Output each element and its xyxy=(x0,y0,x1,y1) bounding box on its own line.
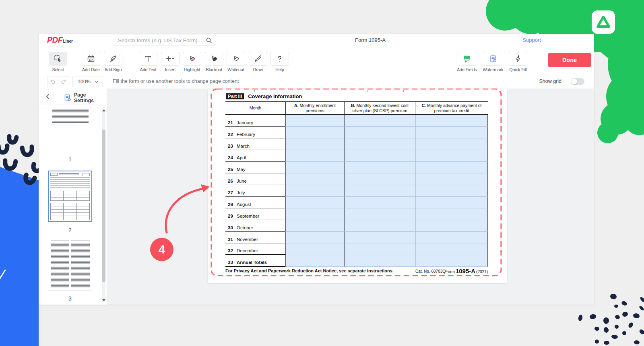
annotation-arrow xyxy=(159,183,216,237)
thumbnail-text-column xyxy=(71,241,90,288)
redo-icon xyxy=(60,78,67,85)
pen-nib-icon xyxy=(109,54,118,63)
highlight-dashed-border xyxy=(210,89,502,277)
insert-button[interactable]: Insert xyxy=(161,52,180,66)
show-grid-label: Show grid xyxy=(539,74,561,89)
divider xyxy=(57,92,57,101)
undo-button[interactable] xyxy=(47,76,58,87)
paintbrush-icon xyxy=(254,54,262,63)
whiteout-brush-icon xyxy=(231,54,240,63)
text-icon xyxy=(144,54,153,63)
page-settings-icon xyxy=(64,94,72,102)
chevron-down-icon xyxy=(94,79,99,84)
page-number-1: 1 xyxy=(48,156,92,163)
plus-chevron-icon xyxy=(165,54,175,63)
mini-form-title xyxy=(59,173,79,175)
whiteout-button[interactable]: Whiteout xyxy=(227,52,245,66)
done-button[interactable]: Done xyxy=(548,53,591,67)
mini-form-box xyxy=(83,173,90,176)
header-bar: PDFLiner Form 1095-A Support xyxy=(39,34,594,47)
undo-icon xyxy=(50,78,56,85)
zoom-value: 100% xyxy=(78,79,91,84)
zoom-dropdown[interactable]: 100% xyxy=(72,76,103,87)
document-title: Form 1095-A xyxy=(355,34,386,46)
mini-form-table xyxy=(50,203,90,220)
blackout-brush-icon xyxy=(210,54,219,63)
pdf-logo-icon xyxy=(595,14,611,30)
quick-fill-button[interactable]: Quick Fill xyxy=(509,52,527,66)
toolbar: Select Add Date Add Sign Add Text xyxy=(39,46,594,75)
mini-form-table xyxy=(50,191,90,201)
mini-form-box xyxy=(50,173,58,176)
blackout-button[interactable]: Blackout xyxy=(205,52,223,66)
page-settings-button[interactable]: Page Settings xyxy=(64,92,107,103)
select-cursor-icon xyxy=(54,54,62,63)
app-window: PDFLiner Form 1095-A Support Select xyxy=(39,34,594,305)
support-link[interactable]: Support xyxy=(522,34,541,46)
toggle-knob xyxy=(571,78,577,84)
page-settings-label: Page Settings xyxy=(74,92,107,103)
scroll-up-arrow[interactable] xyxy=(102,109,105,111)
page-number-2: 2 xyxy=(48,227,92,233)
page-thumbnail-3[interactable] xyxy=(48,238,92,291)
sidebar-header: Page Settings xyxy=(39,89,107,105)
logo-liner-text: Liner xyxy=(63,39,73,43)
search-input[interactable] xyxy=(117,35,205,46)
add-date-button[interactable]: Add Date xyxy=(82,52,100,66)
page-number-3: 3 xyxy=(48,295,92,302)
pages-sidebar: Page Settings 1 2 3 xyxy=(39,89,107,305)
search-icon[interactable] xyxy=(206,37,212,43)
status-bar: 100% Fill the form or use another tools … xyxy=(39,74,594,89)
watermark-doc-icon xyxy=(489,54,497,63)
calendar-icon xyxy=(87,54,95,63)
add-fields-button[interactable]: Add Fields xyxy=(458,52,476,66)
logo-pdf-text: PDF xyxy=(47,35,63,45)
page-thumbnail-1[interactable] xyxy=(48,108,92,153)
thumbnail-text-column xyxy=(51,241,69,288)
lightning-icon xyxy=(514,54,522,63)
thumbnail-text-lines xyxy=(52,123,77,125)
add-fields-icon xyxy=(462,54,471,63)
question-icon xyxy=(275,54,284,63)
collapse-sidebar-icon[interactable] xyxy=(44,93,52,100)
mini-form-rows xyxy=(50,177,90,189)
watermark-button[interactable]: Watermark xyxy=(484,52,502,66)
highlight-button[interactable]: Highlight xyxy=(183,52,201,66)
thumbnail-text-lines xyxy=(52,109,89,123)
redo-button[interactable] xyxy=(58,76,69,87)
draw-button[interactable]: Draw xyxy=(249,52,267,66)
scroll-down-arrow[interactable] xyxy=(102,299,105,301)
sidebar-scrollbar-thumb[interactable] xyxy=(102,130,105,282)
step-number-badge: 4 xyxy=(150,238,173,261)
pdfliner-logo-tile xyxy=(592,10,615,34)
add-sign-button[interactable]: Add Sign xyxy=(104,52,122,66)
document-canvas: Part III Coverage Information Month A.Mo… xyxy=(107,89,594,305)
add-text-button[interactable]: Add Text xyxy=(139,52,157,66)
page-thumbnail-2-selected[interactable] xyxy=(48,171,92,222)
status-hint-text: Fill the form or use another tools to ch… xyxy=(113,74,239,89)
select-tool-button[interactable]: Select xyxy=(49,52,67,66)
show-grid-toggle[interactable] xyxy=(571,78,584,85)
highlight-brush-icon xyxy=(188,54,196,63)
help-button[interactable]: Help xyxy=(270,52,289,66)
pdfliner-logo[interactable]: PDFLiner xyxy=(47,35,73,45)
search-box[interactable] xyxy=(113,35,216,45)
